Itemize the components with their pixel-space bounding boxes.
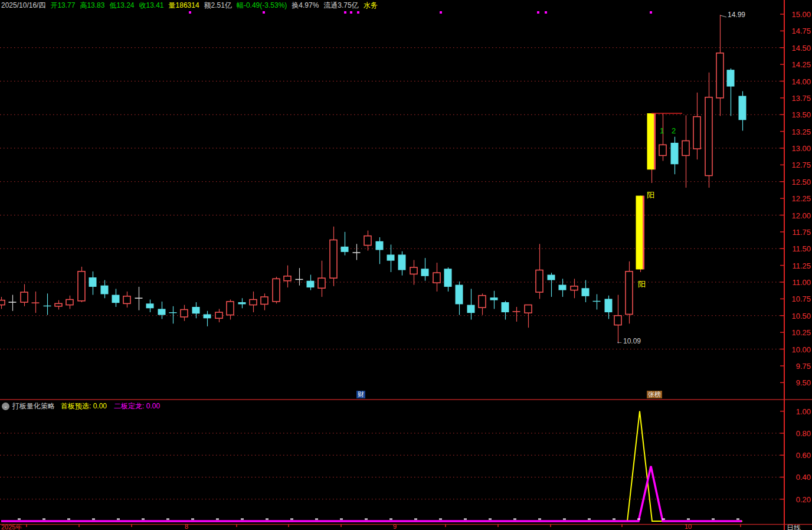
event-dot bbox=[263, 11, 265, 14]
candle bbox=[330, 227, 337, 286]
candle bbox=[593, 294, 601, 309]
candle bbox=[89, 271, 97, 295]
candle bbox=[78, 267, 85, 302]
candle bbox=[614, 295, 621, 343]
quote-field: 幅-0.49(-3.53%) bbox=[237, 1, 287, 9]
event-dot bbox=[189, 11, 191, 14]
candle bbox=[181, 305, 188, 321]
candle bbox=[727, 68, 735, 116]
quote-field: 2025/10/16/四 bbox=[1, 1, 45, 9]
candle bbox=[66, 296, 73, 309]
candle bbox=[44, 293, 51, 315]
candle bbox=[296, 268, 303, 286]
event-dot bbox=[350, 11, 352, 14]
event-dot bbox=[537, 11, 539, 14]
quote-field: 额2.51亿 bbox=[204, 1, 232, 9]
quote-field: 高13.83 bbox=[80, 1, 104, 9]
indicator-field-2-value: 0.00 bbox=[146, 402, 160, 410]
candle bbox=[215, 309, 222, 322]
indicator-panel-header: ⌄ 打板量化策略 首板预选: 0.00 二板定龙: 0.00 bbox=[2, 401, 167, 411]
candle bbox=[9, 295, 17, 311]
candle bbox=[479, 293, 486, 315]
candle bbox=[671, 137, 679, 175]
candle bbox=[693, 93, 700, 160]
axes-group bbox=[0, 0, 812, 530]
quote-info-bar: 2025/10/16/四开13.77高13.83低13.24收13.41量186… bbox=[1, 1, 382, 11]
indicator-field-2: 二板定龙: 0.00 bbox=[114, 401, 160, 411]
event-dot bbox=[650, 11, 652, 14]
candle bbox=[647, 113, 655, 183]
candle bbox=[490, 291, 498, 309]
candle bbox=[582, 280, 590, 302]
indicator-field-1: 首板预选: 0.00 bbox=[61, 401, 107, 411]
candle bbox=[559, 279, 567, 297]
candle bbox=[410, 260, 417, 285]
event-dots-group bbox=[189, 11, 652, 14]
candle bbox=[364, 231, 371, 251]
candle bbox=[502, 301, 509, 320]
candle bbox=[548, 273, 555, 297]
indicator-title: 打板量化策略 bbox=[12, 401, 55, 411]
candle bbox=[123, 292, 130, 307]
quote-field: 低13.24 bbox=[109, 1, 134, 9]
quote-field: 换4.97% bbox=[292, 1, 319, 9]
candle bbox=[273, 277, 280, 303]
indicator-line bbox=[1, 411, 742, 521]
candle bbox=[135, 287, 143, 310]
quote-field: 量186314 bbox=[169, 1, 199, 9]
chart-canvas bbox=[0, 0, 812, 530]
candle bbox=[261, 293, 268, 310]
candle bbox=[101, 280, 109, 299]
candle bbox=[421, 258, 429, 281]
chevron-down-circle-icon[interactable]: ⌄ bbox=[2, 403, 9, 410]
candle bbox=[705, 73, 712, 188]
candle bbox=[467, 289, 475, 319]
candle bbox=[158, 302, 166, 319]
candle bbox=[636, 196, 644, 272]
candle bbox=[307, 275, 315, 290]
event-dot bbox=[344, 11, 346, 14]
indicator-field-1-value: 0.00 bbox=[93, 402, 107, 410]
candle bbox=[204, 311, 211, 326]
candle bbox=[55, 300, 62, 310]
quote-field: 开13.77 bbox=[50, 1, 75, 9]
candle bbox=[626, 261, 633, 324]
candle bbox=[32, 292, 40, 313]
candle bbox=[341, 232, 349, 256]
indicator-field-2-label: 二板定龙: bbox=[114, 402, 144, 410]
candle bbox=[444, 267, 452, 292]
quote-field: 流通3.75亿 bbox=[323, 1, 358, 9]
candle bbox=[353, 244, 361, 260]
candle bbox=[659, 113, 666, 161]
quote-field: 收13.41 bbox=[139, 1, 164, 9]
candle bbox=[146, 300, 154, 313]
quote-field: 水务 bbox=[364, 1, 378, 9]
candle bbox=[0, 297, 5, 309]
candle bbox=[398, 251, 406, 276]
indicator-field-1-label: 首板预选: bbox=[61, 402, 91, 410]
candle bbox=[376, 237, 384, 264]
candle bbox=[433, 263, 440, 292]
indicator-series-group bbox=[1, 411, 742, 521]
candle bbox=[227, 300, 234, 320]
candle bbox=[716, 15, 723, 116]
candle bbox=[284, 266, 291, 287]
candle bbox=[456, 282, 463, 315]
candle bbox=[238, 298, 246, 308]
event-dot bbox=[545, 11, 547, 14]
candle bbox=[112, 289, 120, 307]
event-dot bbox=[357, 11, 359, 14]
candle bbox=[250, 292, 257, 312]
candle bbox=[21, 284, 28, 306]
stock-chart-window: { "window": {"width": 1376, "height": 89… bbox=[0, 0, 812, 530]
high-callout-leader bbox=[721, 15, 726, 17]
event-dot bbox=[440, 11, 442, 14]
candle bbox=[318, 261, 325, 297]
candle bbox=[571, 279, 578, 298]
candle bbox=[739, 91, 746, 131]
candle bbox=[169, 306, 177, 324]
candle bbox=[682, 115, 689, 188]
candle bbox=[536, 244, 543, 299]
candle bbox=[525, 305, 532, 328]
candle bbox=[513, 307, 520, 322]
